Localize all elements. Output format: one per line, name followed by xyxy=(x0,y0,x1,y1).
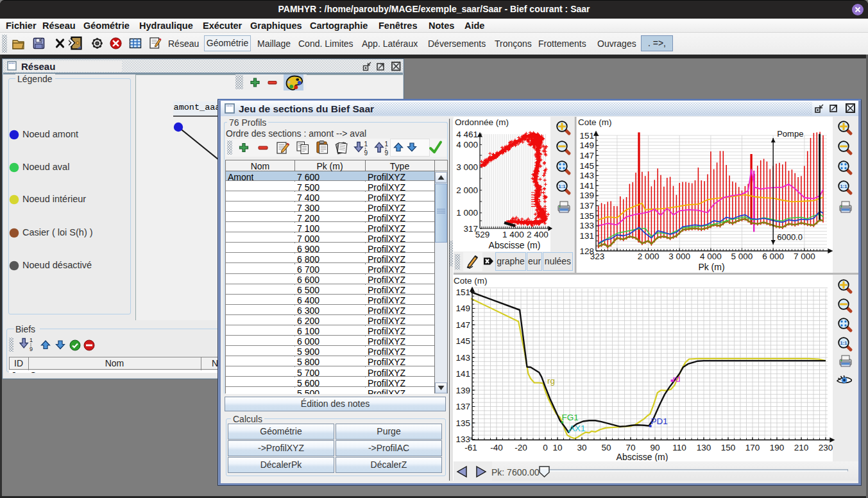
svg-text:137: 137 xyxy=(455,402,470,411)
svg-text:145: 145 xyxy=(455,336,470,346)
svg-text:147: 147 xyxy=(579,151,594,160)
svg-text:210: 210 xyxy=(794,443,809,452)
svg-text:6 000: 6 000 xyxy=(762,252,784,261)
svg-text:7 000: 7 000 xyxy=(794,252,815,261)
svg-text:3 000: 3 000 xyxy=(456,162,478,172)
svg-text:1: 1 xyxy=(30,337,33,343)
svg-text:323: 323 xyxy=(590,252,605,261)
svg-text:4 000: 4 000 xyxy=(700,252,722,261)
svg-text:141: 141 xyxy=(579,181,594,191)
svg-text:135: 135 xyxy=(455,418,470,428)
svg-text:133: 133 xyxy=(579,221,594,230)
svg-text:151: 151 xyxy=(455,288,470,297)
svg-text:-61: -61 xyxy=(464,443,477,452)
svg-text:170: 170 xyxy=(745,443,760,452)
svg-text:30: 30 xyxy=(577,443,586,452)
svg-text:141: 141 xyxy=(455,369,470,379)
svg-text:147: 147 xyxy=(455,320,470,330)
svg-text:130: 130 xyxy=(697,443,711,452)
svg-text:149: 149 xyxy=(579,141,594,150)
svg-text:5 000: 5 000 xyxy=(731,252,753,261)
svg-text:Ordonnée (m): Ordonnée (m) xyxy=(455,117,509,127)
svg-text:rd: rd xyxy=(673,374,681,384)
svg-text:150: 150 xyxy=(721,443,736,452)
svg-text:1: 1 xyxy=(364,141,368,148)
svg-text:2 000: 2 000 xyxy=(456,185,478,195)
svg-text:190: 190 xyxy=(770,443,785,452)
svg-text:1 400: 1 400 xyxy=(502,230,524,239)
svg-text:230: 230 xyxy=(819,443,833,452)
svg-text:9: 9 xyxy=(30,346,33,352)
svg-text:135: 135 xyxy=(579,211,594,221)
svg-text:Abscisse (m): Abscisse (m) xyxy=(617,452,668,461)
svg-text:143: 143 xyxy=(579,171,594,180)
svg-text:Cote (m): Cote (m) xyxy=(454,276,488,286)
svg-text:-40: -40 xyxy=(490,443,503,452)
svg-text:0: 0 xyxy=(543,443,548,452)
svg-text:131: 131 xyxy=(579,231,594,241)
svg-text:PD1: PD1 xyxy=(651,416,667,426)
svg-text:145: 145 xyxy=(579,161,594,171)
svg-text:9: 9 xyxy=(364,150,368,156)
svg-text:70: 70 xyxy=(625,443,635,452)
svg-text:10: 10 xyxy=(552,443,562,452)
svg-text:1 000: 1 000 xyxy=(456,208,478,218)
svg-text:AX1: AX1 xyxy=(569,424,586,433)
svg-text:3 000: 3 000 xyxy=(668,252,690,261)
svg-text:6000.0: 6000.0 xyxy=(777,232,803,242)
svg-text:529: 529 xyxy=(475,230,490,239)
svg-text:Abscisse (m): Abscisse (m) xyxy=(489,240,541,250)
svg-text:Pk (m): Pk (m) xyxy=(698,262,724,272)
svg-text:50: 50 xyxy=(601,443,611,452)
svg-text:139: 139 xyxy=(455,386,470,395)
svg-text:1: 1 xyxy=(385,141,389,148)
svg-text:90: 90 xyxy=(650,443,660,452)
svg-text:Pompe: Pompe xyxy=(777,129,803,139)
svg-text:110: 110 xyxy=(672,443,686,452)
svg-text:Cote (m): Cote (m) xyxy=(578,117,612,127)
svg-text:-20: -20 xyxy=(515,443,527,452)
svg-text:2 400: 2 400 xyxy=(527,230,549,239)
svg-text:143: 143 xyxy=(455,353,470,363)
svg-text:rg: rg xyxy=(547,376,555,386)
svg-text:149: 149 xyxy=(455,304,470,313)
svg-text:151: 151 xyxy=(579,131,594,141)
svg-text:4 461: 4 461 xyxy=(456,130,478,139)
svg-text:FG1: FG1 xyxy=(562,413,579,422)
svg-text:139: 139 xyxy=(579,191,594,200)
svg-text:9: 9 xyxy=(385,150,389,156)
svg-text:4 000: 4 000 xyxy=(456,140,478,150)
svg-text:137: 137 xyxy=(579,201,594,210)
svg-text:2 000: 2 000 xyxy=(638,252,660,261)
